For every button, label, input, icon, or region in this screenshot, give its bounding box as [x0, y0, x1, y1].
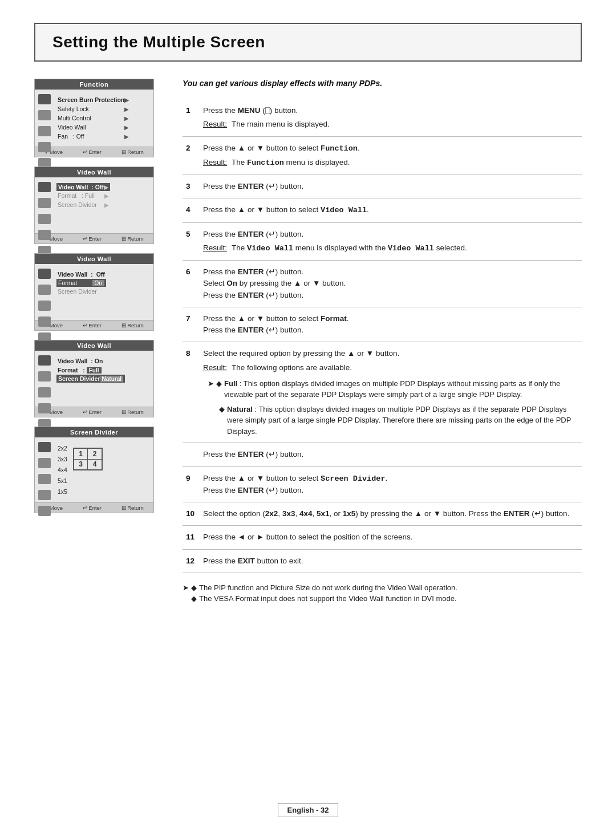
divider-area: 2x2 3x3 4x4 5x1 1x5 1 2 3 [58, 443, 103, 497]
screen1-row2: Safety Lock▶ [58, 104, 129, 113]
divider-list: 2x2 3x3 4x4 5x1 1x5 [58, 443, 67, 497]
screen4-row2: Format : Full [58, 366, 124, 375]
bottom-note-1: The PIP function and Picture Size do not… [199, 583, 457, 592]
step-num-5: 5 [183, 222, 200, 261]
step-num-12: 12 [183, 549, 200, 573]
step-content-10: Select the option (2x2, 3x3, 4x4, 5x1, o… [200, 502, 582, 526]
step-num-enter [183, 443, 200, 466]
step-content-6: Press the ENTER (↵) button. Select On by… [200, 261, 582, 307]
icon-2 [38, 285, 51, 295]
screen1-row3: Multi Control▶ [58, 113, 129, 123]
screen4-icons [38, 355, 51, 429]
bullet-note-1: ◆ [191, 583, 197, 592]
screen-mockup-4: Video Wall Video Wall : On [34, 340, 154, 417]
step-row-12: 12 Press the EXIT button to exit. [183, 549, 582, 573]
step-content-4: Press the ▲ or ▼ button to select Video … [200, 198, 582, 222]
screen1-header: Function [35, 79, 153, 90]
screen5-content: 2x2 3x3 4x4 5x1 1x5 1 2 3 [56, 440, 106, 500]
page-title: Setting the Multiple Screen [52, 33, 564, 51]
screen1-icons [38, 94, 51, 168]
step-row-7: 7 Press the ▲ or ▼ button to select Form… [183, 307, 582, 342]
screen-mockup-5: Screen Divider 2x2 3x3 [34, 427, 154, 513]
icon-4 [38, 316, 51, 327]
icon-4 [38, 230, 51, 240]
step-row-10: 10 Select the option (2x2, 3x3, 4x4, 5x1… [183, 502, 582, 526]
left-column: Function Screen Burn Protection▶ [34, 79, 165, 606]
step-row-1: 1 Press the MENU (⎕) button. Result: The… [183, 99, 582, 136]
divider-grid: 1 2 3 4 [73, 448, 103, 470]
icon-4 [38, 403, 51, 413]
step-row-3: 3 Press the ENTER (↵) button. [183, 175, 582, 198]
screen3-row2: FormatOn [56, 279, 106, 287]
screen5-icons [38, 442, 51, 516]
screen4-footer: ⬩ Move ↵ Enter ⊞ Return [35, 407, 153, 417]
step-num-4: 4 [183, 198, 200, 222]
icon-1 [38, 355, 51, 366]
step-num-1: 1 [183, 99, 200, 136]
footer: English - 32 [34, 803, 582, 817]
step-content-1: Press the MENU (⎕) button. Result: The m… [200, 99, 582, 136]
icon-1 [38, 442, 51, 452]
step-row-6: 6 Press the ENTER (↵) button. Select On … [183, 261, 582, 307]
icon-2 [38, 110, 51, 120]
screen2-row2: Format : Full▶ [58, 191, 109, 200]
steps-table: 1 Press the MENU (⎕) button. Result: The… [183, 99, 582, 573]
subtitle: You can get various display effects with… [183, 79, 582, 88]
step-row-9: 9 Press the ▲ or ▼ button to select Scre… [183, 466, 582, 502]
step-row-2: 2 Press the ▲ or ▼ button to select Func… [183, 136, 582, 175]
screen1-content: Screen Burn Protection▶ Safety Lock▶ Mul… [56, 92, 132, 144]
result-label-1: Result: [203, 119, 227, 130]
step-row-11: 11 Press the ◄ or ► button to select the… [183, 526, 582, 549]
note-natural: Natural : This option displays divided i… [227, 404, 578, 437]
title-box: Setting the Multiple Screen [34, 23, 582, 62]
icon-4 [38, 490, 51, 500]
arrow-icon-bottom: ➤ [183, 583, 189, 592]
icon-2 [38, 198, 51, 208]
grid-cell-2: 2 [88, 449, 102, 459]
bullet-note-2: ◆ [191, 594, 197, 603]
step-row-5: 5 Press the ENTER (↵) button. Result: Th… [183, 222, 582, 261]
step-num-9: 9 [183, 466, 200, 502]
screen3-footer: ⬩ Move ↵ Enter ⊞ Return [35, 320, 153, 330]
screen2-header: Video Wall [35, 167, 153, 177]
step-content-8: Select the required option by pressing t… [200, 342, 582, 443]
step-num-10: 10 [183, 502, 200, 526]
screen1-footer: ⬩ Move ↵ Enter ⊞ Return [35, 147, 153, 157]
step-content-11: Press the ◄ or ► button to select the po… [200, 526, 582, 549]
content-area: Function Screen Burn Protection▶ [34, 79, 582, 606]
icon-5 [38, 506, 51, 516]
screen4-content: Video Wall : On Format : Full Screen Div… [56, 353, 127, 404]
grid-cell-1: 1 [74, 449, 88, 459]
bottom-note-2: The VESA Format input does not support t… [199, 594, 457, 603]
screen2-content: Video Wall : Off▶ Format : Full▶ Screen … [56, 180, 112, 231]
result-text-5: The Video Wall menu is displayed with th… [232, 242, 467, 254]
icon-3 [38, 126, 51, 136]
screen4-header: Video Wall [35, 340, 153, 351]
screen2-icons [38, 182, 51, 256]
icon-2 [38, 371, 51, 382]
screen1-row4: Video Wall▶ [58, 123, 129, 132]
step-row-4: 4 Press the ▲ or ▼ button to select Vide… [183, 198, 582, 222]
icon-3 [38, 301, 51, 311]
result-text-1: The main menu is displayed. [232, 119, 330, 130]
bottom-notes: ➤ ◆ The PIP function and Picture Size do… [183, 583, 582, 603]
arrow-icon-8: ➤ [208, 378, 214, 389]
screen2-footer: ⬩ Move ↵ Enter ⊞ Return [35, 233, 153, 244]
icon-1 [38, 94, 51, 104]
icon-1 [38, 182, 51, 192]
result-label-5: Result: [203, 242, 227, 254]
step-content-2: Press the ▲ or ▼ button to select Functi… [200, 136, 582, 175]
result-text-2: The Function menu is displayed. [232, 157, 350, 169]
step-num-8: 8 [183, 342, 200, 443]
icon-4 [38, 142, 51, 152]
result-label-8: Result: [203, 362, 227, 374]
grid-cell-4: 4 [88, 460, 102, 470]
screen3-header: Video Wall [35, 254, 153, 264]
screen5-header: Screen Divider [35, 427, 153, 437]
step-content-9: Press the ▲ or ▼ button to select Screen… [200, 466, 582, 502]
step-num-11: 11 [183, 526, 200, 549]
step-content-7: Press the ▲ or ▼ button to select Format… [200, 307, 582, 342]
step-num-2: 2 [183, 136, 200, 175]
screen3-content: Video Wall : Off FormatOn Screen Divider [56, 266, 108, 318]
screen2-row3: Screen Divider▶ [58, 200, 109, 209]
